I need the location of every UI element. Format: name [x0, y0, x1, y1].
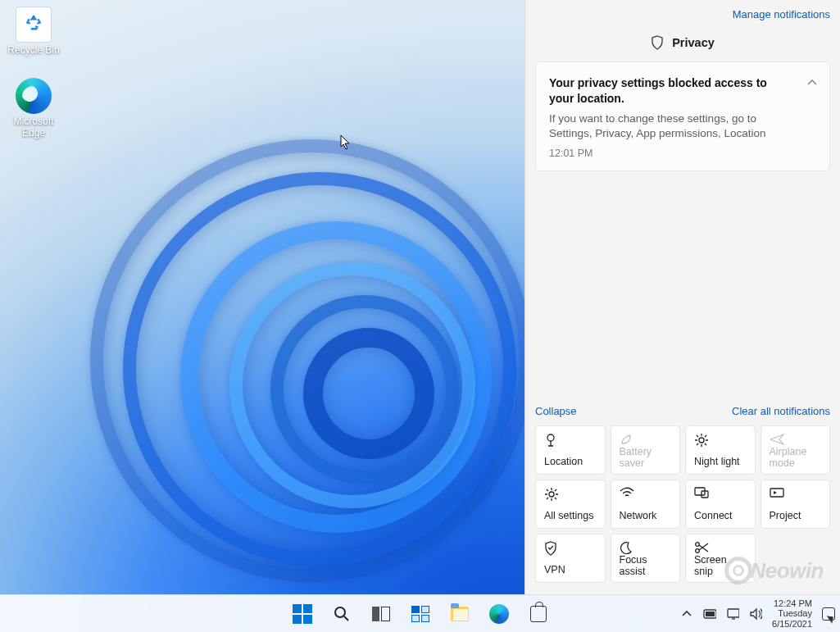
qa-network[interactable]: Network: [611, 480, 681, 529]
tray-day: Tuesday: [772, 608, 812, 619]
qa-label: Battery saver: [620, 446, 672, 469]
qa-label: Location: [544, 456, 597, 467]
tray-time: 12:24 PM: [772, 598, 812, 609]
scissors-icon: [694, 541, 747, 554]
notification-time: 12:01 PM: [549, 148, 793, 159]
file-explorer-button[interactable]: [443, 597, 477, 631]
recycle-bin-icon: [16, 7, 52, 43]
start-button[interactable]: [285, 597, 320, 631]
qa-label: Airplane mode: [770, 446, 822, 469]
tray-overflow-button[interactable]: [680, 607, 693, 621]
qa-night-light[interactable]: Night light: [685, 425, 756, 475]
qa-label: Night light: [694, 456, 747, 467]
widgets-button[interactable]: [403, 597, 438, 631]
qa-label: All settings: [544, 510, 597, 521]
qa-airplane-mode[interactable]: Airplane mode: [761, 425, 831, 475]
notification-card[interactable]: Your privacy settings blocked access to …: [535, 61, 830, 171]
qa-location[interactable]: Location: [535, 425, 606, 475]
volume-icon[interactable]: [749, 607, 762, 621]
wifi-icon: [620, 487, 672, 502]
desktop-icon-edge[interactable]: Microsoft Edge: [4, 78, 63, 139]
qa-label: Project: [770, 510, 822, 521]
wallpaper-bloom: [74, 107, 582, 615]
shield-check-icon: [544, 541, 597, 556]
leaf-icon: [620, 433, 672, 446]
edge-icon: [489, 604, 509, 624]
qa-connect[interactable]: Connect: [685, 480, 756, 529]
manage-notifications-link[interactable]: Manage notifications: [733, 8, 830, 20]
battery-icon[interactable]: [703, 607, 716, 621]
qa-label: Screen snip: [694, 554, 747, 577]
tray-datetime[interactable]: 12:24 PM Tuesday 6/15/2021: [772, 598, 812, 630]
shield-icon: [651, 35, 664, 50]
edge-icon: [16, 78, 52, 114]
svg-point-1: [699, 438, 704, 443]
clear-all-link[interactable]: Clear all notifications: [732, 405, 830, 417]
edge-button[interactable]: [482, 597, 516, 631]
task-view-button[interactable]: [364, 597, 398, 631]
search-icon: [333, 605, 351, 623]
folder-icon: [451, 607, 469, 621]
store-button[interactable]: [521, 597, 556, 631]
svg-point-0: [547, 434, 554, 441]
svg-point-7: [696, 549, 700, 553]
qa-screen-snip[interactable]: Screen snip: [685, 534, 756, 583]
store-icon: [530, 606, 547, 622]
gear-icon: [544, 487, 597, 502]
desktop-icon-label: Recycle Bin: [7, 44, 59, 56]
notification-group-header: Privacy: [535, 35, 830, 50]
qa-label: Connect: [694, 510, 747, 521]
tray-date: 6/15/2021: [772, 619, 812, 630]
collapse-link[interactable]: Collapse: [535, 405, 577, 417]
qa-project[interactable]: Project: [761, 480, 831, 529]
sun-icon: [694, 433, 747, 448]
chevron-up-icon[interactable]: [806, 77, 818, 89]
widgets-icon: [411, 606, 429, 622]
notification-title: Your privacy settings blocked access to …: [549, 75, 793, 107]
svg-rect-12: [728, 609, 739, 617]
qa-label: Network: [620, 510, 672, 521]
desktop-icon-label: Microsoft Edge: [14, 116, 54, 139]
notification-group-title: Privacy: [672, 36, 715, 49]
qa-label: VPN: [544, 564, 597, 575]
qa-focus-assist[interactable]: Focus assist: [611, 534, 681, 583]
system-tray: 12:24 PM Tuesday 6/15/2021: [680, 595, 835, 632]
search-button[interactable]: [325, 597, 359, 631]
moon-icon: [620, 541, 672, 554]
qa-battery-saver[interactable]: Battery saver: [611, 425, 681, 475]
network-tray-icon[interactable]: [726, 607, 739, 621]
svg-rect-11: [706, 612, 715, 616]
notification-icon: [822, 607, 835, 621]
notifications-button[interactable]: [822, 607, 835, 621]
cursor-icon: [340, 134, 353, 151]
qa-vpn[interactable]: VPN: [535, 534, 606, 583]
project-icon: [770, 487, 822, 502]
windows-logo-icon: [293, 604, 312, 624]
taskbar: 12:24 PM Tuesday 6/15/2021: [0, 594, 840, 632]
location-icon: [544, 433, 597, 448]
svg-point-2: [549, 492, 554, 497]
airplane-icon: [770, 433, 822, 446]
chevron-up-icon: [682, 609, 692, 619]
task-view-icon: [372, 607, 390, 621]
svg-point-6: [696, 543, 700, 547]
svg-point-8: [335, 607, 345, 617]
qa-all-settings[interactable]: All settings: [535, 480, 606, 529]
qa-label: Focus assist: [620, 554, 672, 577]
notification-body: If you want to change these settings, go…: [549, 111, 793, 141]
desktop-icon-recycle-bin[interactable]: Recycle Bin: [4, 7, 63, 56]
taskbar-pinned: [285, 597, 556, 631]
connect-icon: [694, 487, 747, 502]
quick-actions-grid: Location Battery saver Night light Airpl…: [535, 425, 830, 583]
action-center-panel: Manage notifications Privacy Your privac…: [524, 0, 840, 594]
